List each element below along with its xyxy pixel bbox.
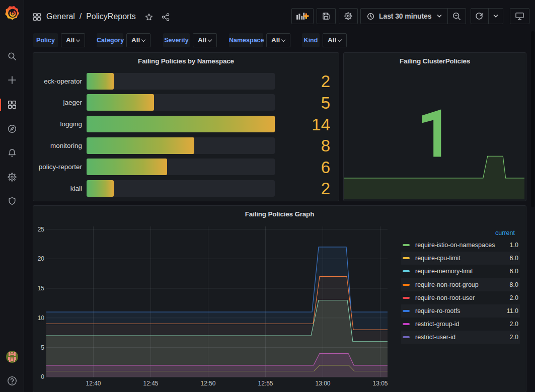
- svg-text:10: 10: [38, 315, 45, 322]
- svg-text:25: 25: [38, 226, 45, 233]
- svg-text:12:55: 12:55: [258, 380, 273, 387]
- svg-text:12:50: 12:50: [200, 380, 215, 387]
- svg-text:15: 15: [38, 285, 45, 292]
- svg-text:12:45: 12:45: [143, 380, 158, 387]
- svg-text:20: 20: [38, 255, 45, 262]
- svg-text:12:40: 12:40: [86, 380, 101, 387]
- svg-text:13:05: 13:05: [372, 380, 388, 387]
- svg-text:13:00: 13:00: [315, 380, 330, 387]
- svg-text:5: 5: [41, 344, 44, 351]
- svg-text:0: 0: [41, 373, 44, 380]
